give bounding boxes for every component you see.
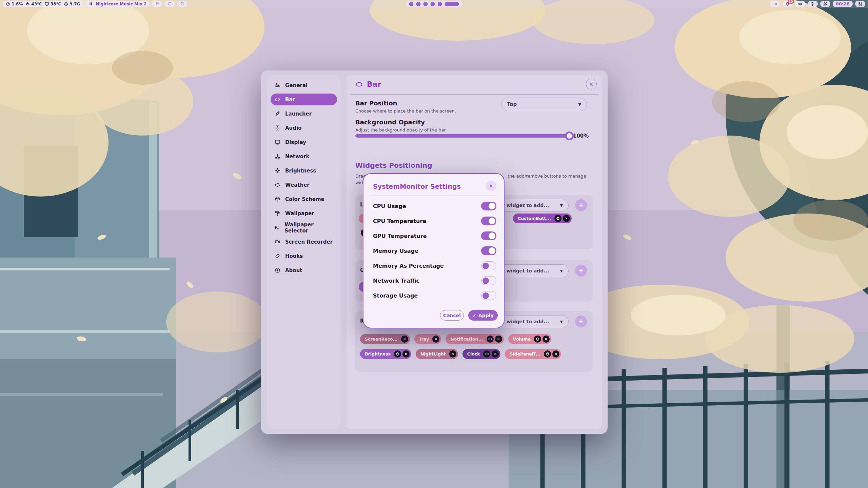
sidebar-item-wallpaper[interactable]: Wallpaper	[271, 207, 337, 219]
bar-position-dropdown[interactable]: Top ▼	[501, 98, 587, 111]
heart-pill[interactable]	[177, 1, 187, 7]
dashboard-pill[interactable]	[855, 1, 865, 7]
apply-button[interactable]: ✓ Apply	[468, 310, 498, 321]
videocam-icon	[275, 239, 280, 245]
chip-settings-button[interactable]: ⚙	[394, 350, 401, 358]
add-widget-button[interactable]: +	[575, 316, 587, 327]
add-widget-button[interactable]: +	[575, 199, 587, 211]
chip-settings-button[interactable]: ⚙	[487, 336, 494, 343]
workspace-dot[interactable]	[438, 2, 442, 6]
toggle-switch[interactable]	[481, 202, 496, 210]
chip-remove-button[interactable]: ✕	[495, 336, 502, 343]
widget-chip[interactable]: Tray✕	[414, 334, 441, 344]
stat-gauge: 1.8%	[6, 2, 23, 6]
chip-remove-button[interactable]: ✕	[432, 336, 439, 343]
widget-chip-label: Brightness	[365, 351, 393, 357]
chip-remove-button[interactable]: ✕	[401, 336, 408, 343]
sidebar-item-weather[interactable]: Weather	[271, 179, 337, 191]
widget-chip[interactable]: CustomButt...⚙✕	[513, 214, 572, 223]
sidebar-item-about[interactable]: About	[271, 264, 337, 276]
sidebar-item-audio[interactable]: Audio	[271, 122, 337, 134]
add-widget-button[interactable]: +	[575, 265, 587, 277]
widget-chip[interactable]: SidePanelT...⚙✕	[505, 349, 561, 359]
widget-chip-label: Clock	[467, 351, 482, 357]
background-opacity-slider[interactable]	[355, 134, 569, 138]
chip-settings-button[interactable]: ⚙	[544, 350, 551, 358]
window-close-button[interactable]: ✕	[586, 79, 597, 89]
sidebar-item-label: Launcher	[285, 111, 312, 117]
chip-remove-button[interactable]: ✕	[492, 350, 499, 358]
header-divider	[350, 94, 599, 95]
toggle-switch[interactable]	[481, 261, 496, 270]
chip-remove-button[interactable]: ✕	[449, 350, 456, 358]
sidebar-item-screen-recorder[interactable]: Screen Recorder	[271, 236, 337, 248]
sun-pill[interactable]	[808, 1, 818, 7]
chip-row: Brightness⚙✕NightLight✕Clock⚙✕SidePanelT…	[360, 349, 561, 359]
modal-title: SystemMonitor Settings	[373, 183, 461, 190]
toggle-knob	[482, 278, 489, 284]
workspace-dot[interactable]	[431, 2, 435, 6]
night-light-off-pill[interactable]	[820, 1, 830, 7]
dashboard-icon	[858, 2, 863, 6]
widget-chip[interactable]: NightLight✕	[416, 349, 458, 359]
sidebar-item-display[interactable]: Display	[271, 136, 337, 148]
notification-badge: 10	[788, 0, 794, 4]
sidebar-item-brightness[interactable]: Brightness	[271, 165, 337, 177]
workspace-dot[interactable]	[416, 2, 421, 6]
info-icon	[275, 267, 280, 273]
apply-label: Apply	[478, 313, 494, 318]
toggle-label: Network Traffic	[373, 278, 419, 284]
sidebar-item-label: Screen Recorder	[285, 239, 333, 245]
system-stats-widget[interactable]: 1.8%43°C38°C9.7G	[3, 1, 83, 7]
sidebar-item-wallpaper-selector[interactable]: Wallpaper Selector	[271, 222, 337, 233]
sidebar-item-hooks[interactable]: Hooks	[271, 250, 337, 262]
toggle-switch[interactable]	[481, 231, 496, 240]
clock-widget[interactable]: 00:28	[833, 1, 853, 7]
media-widget[interactable]: Nightcore Music Mix 20...	[85, 1, 150, 7]
workspace-dot[interactable]	[409, 2, 414, 6]
chip-settings-button[interactable]: ⚙	[534, 336, 541, 343]
sidebar-item-launcher[interactable]: Launcher	[271, 108, 337, 120]
chip-remove-button[interactable]: ✕	[402, 350, 410, 358]
chip-settings-button[interactable]: ⚙	[483, 350, 490, 358]
screen-recorder-pill[interactable]	[770, 1, 780, 7]
sidebar-item-color-scheme[interactable]: Color Scheme	[271, 193, 337, 205]
bell-pill[interactable]: 10	[783, 1, 793, 7]
chip-remove-button[interactable]: ✕	[542, 336, 550, 343]
toggle-label: Storage Usage	[373, 292, 418, 299]
widget-chip-label: Notification...	[450, 337, 485, 342]
widget-chip-label: CustomButt...	[518, 216, 553, 221]
chip-settings-button[interactable]: ⚙	[554, 215, 561, 222]
sidebar-item-label: Network	[285, 154, 309, 160]
workspace-active[interactable]	[445, 2, 459, 6]
heart-pill[interactable]	[164, 1, 175, 7]
widget-chip[interactable]: Notification...⚙✕	[446, 334, 504, 344]
cancel-button[interactable]: Cancel	[440, 310, 464, 321]
sidebar-item-general[interactable]: General	[271, 79, 337, 91]
sidebar-item-network[interactable]: Network	[271, 150, 337, 162]
toggle-switch[interactable]	[481, 291, 496, 300]
workspace-dot[interactable]	[423, 2, 428, 6]
page-title: Bar	[367, 80, 381, 88]
topbar-left: 1.8%43°C38°C9.7G Nightcore Music Mix 20.…	[3, 1, 187, 7]
toggle-switch[interactable]	[481, 246, 496, 255]
toggle-row-gpu-temperature: GPU Temperature	[373, 231, 496, 241]
volume-pill[interactable]	[795, 1, 805, 7]
chevron-down-icon: ▼	[578, 102, 581, 107]
paint-roller-icon	[275, 210, 280, 216]
sliders-icon	[275, 82, 280, 88]
sidebar-item-bar[interactable]: Bar	[271, 94, 337, 105]
modal-close-button[interactable]: ✕	[486, 181, 496, 191]
widget-chip[interactable]: Clock⚙✕	[462, 349, 501, 359]
widget-chip[interactable]: Volume⚙✕	[508, 334, 551, 344]
toggle-knob	[489, 218, 495, 224]
toggle-switch[interactable]	[481, 276, 496, 285]
screen-recorder-icon	[773, 2, 777, 6]
widget-chip[interactable]: ScreenReco...✕	[360, 334, 410, 344]
widget-chip[interactable]: Brightness⚙✕	[360, 349, 411, 359]
slider-thumb[interactable]	[565, 131, 574, 140]
chip-remove-button[interactable]: ✕	[552, 350, 559, 358]
chip-remove-button[interactable]: ✕	[563, 215, 570, 222]
toggle-switch[interactable]	[481, 217, 496, 225]
skull-pill[interactable]	[152, 1, 162, 7]
